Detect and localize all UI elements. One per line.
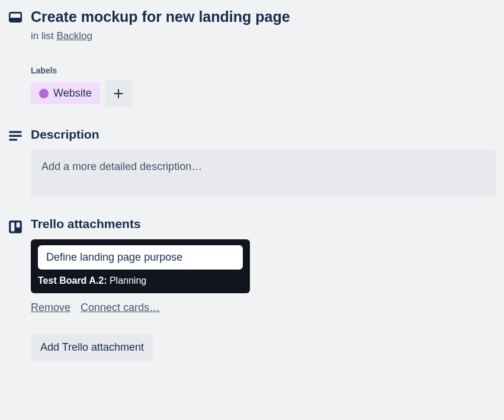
label-name: Website bbox=[53, 87, 92, 100]
description-icon bbox=[8, 130, 23, 143]
description-input[interactable]: Add a more detailed description… bbox=[31, 150, 496, 197]
svg-rect-2 bbox=[9, 131, 22, 133]
attached-card-meta: Test Board A.2: Planning bbox=[38, 275, 243, 286]
trello-icon bbox=[8, 219, 23, 235]
card-list-subline: in list Backlog bbox=[31, 30, 496, 42]
in-list-prefix: in list bbox=[31, 30, 56, 41]
connect-cards-link[interactable]: Connect cards… bbox=[81, 302, 160, 313]
plus-icon bbox=[113, 88, 124, 100]
attached-card-title: Define landing page purpose bbox=[38, 245, 243, 270]
svg-rect-6 bbox=[11, 222, 14, 231]
trello-attachment-card[interactable]: Define landing page purpose Test Board A… bbox=[31, 239, 250, 293]
labels-heading: Labels bbox=[31, 66, 496, 75]
card-header-icon bbox=[8, 9, 23, 25]
add-trello-attachment-button[interactable]: Add Trello attachment bbox=[31, 334, 153, 361]
card-title[interactable]: Create mockup for new landing page bbox=[31, 7, 496, 27]
svg-rect-4 bbox=[9, 139, 17, 140]
add-label-button[interactable] bbox=[105, 80, 132, 107]
attached-list-name: Planning bbox=[110, 275, 146, 286]
label-color-dot bbox=[39, 89, 49, 98]
label-chip-website[interactable]: Website bbox=[31, 82, 100, 104]
trello-attachments-heading: Trello attachments bbox=[31, 217, 496, 231]
svg-rect-7 bbox=[17, 222, 20, 227]
attached-board-name: Test Board A.2: bbox=[38, 275, 107, 286]
svg-rect-3 bbox=[9, 134, 22, 136]
description-heading: Description bbox=[31, 127, 496, 142]
remove-attachment-link[interactable]: Remove bbox=[31, 302, 70, 313]
list-link[interactable]: Backlog bbox=[56, 30, 92, 41]
svg-rect-1 bbox=[9, 18, 21, 22]
